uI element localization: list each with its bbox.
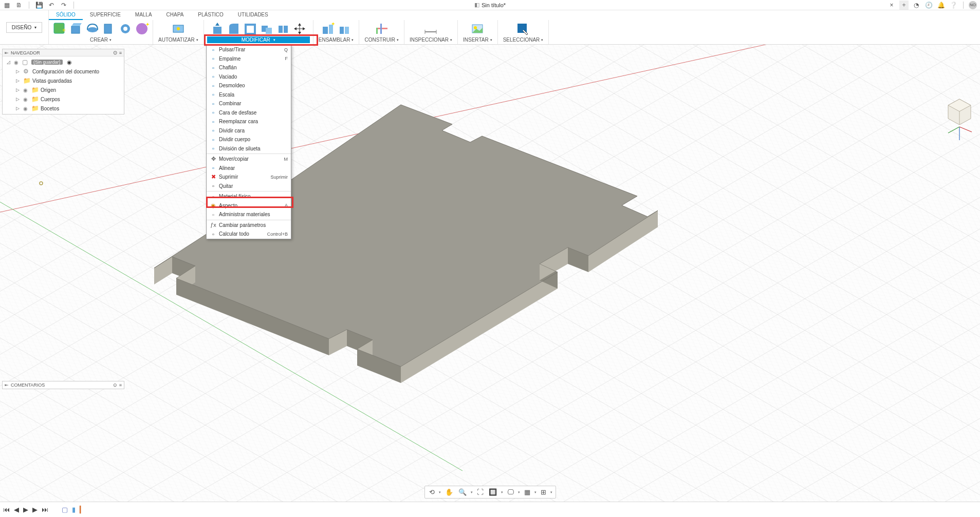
- sketch-icon[interactable]: +: [52, 21, 67, 36]
- revolve-icon[interactable]: [85, 21, 100, 36]
- chevron-left-icon[interactable]: ⇤: [5, 382, 9, 388]
- apps-grid-icon[interactable]: ▦: [2, 1, 11, 10]
- move-icon[interactable]: [292, 21, 307, 36]
- history-extrude-icon[interactable]: ▮: [72, 506, 76, 513]
- timeline-end-icon[interactable]: ⏭: [42, 506, 48, 513]
- menu-item-calcular-todo[interactable]: ▫Calcular todoControl+B: [207, 229, 291, 239]
- menu-item-cambiar-par-metros[interactable]: ƒxCambiar parámetros: [207, 221, 291, 230]
- browser-settings-icon[interactable]: ≡: [119, 50, 122, 55]
- assemble2-icon[interactable]: [337, 21, 352, 36]
- plus-tab-icon[interactable]: ＋: [899, 1, 909, 10]
- user-avatar[interactable]: NO: [969, 1, 977, 9]
- close-tab-icon[interactable]: ×: [887, 1, 896, 10]
- timeline-start-icon[interactable]: ⏮: [3, 506, 10, 513]
- tree-item-config[interactable]: ▷ ⚙ Configuración del documento: [5, 67, 122, 76]
- pin-icon[interactable]: ⊙: [113, 382, 117, 388]
- menu-item-aspecto[interactable]: ◉AspectoA: [207, 201, 291, 210]
- modificar-label[interactable]: MODIFICAR▾: [207, 36, 310, 43]
- hole-icon[interactable]: [118, 21, 133, 36]
- tab-superficie[interactable]: SUPERFICIE: [83, 10, 128, 20]
- orbit-icon[interactable]: ⟲: [428, 487, 436, 497]
- tree-item-views[interactable]: ▷ 📁 Vistas guardadas: [5, 76, 122, 85]
- tab-plastico[interactable]: PLÁSTICO: [191, 10, 230, 20]
- chevron-left-icon[interactable]: ⇤: [5, 50, 9, 55]
- automate-icon[interactable]: [171, 21, 186, 36]
- tab-chapa[interactable]: CHAPA: [159, 10, 191, 20]
- menu-item-divisi-n-de-silueta[interactable]: ▫División de silueta: [207, 144, 291, 154]
- menu-item-vaciado[interactable]: ▫Vaciado: [207, 72, 291, 82]
- menu-item-dividir-cuerpo[interactable]: ▫Dividir cuerpo: [207, 135, 291, 144]
- extension-icon[interactable]: ◔: [912, 1, 921, 10]
- comments-settings-icon[interactable]: ≡: [119, 382, 122, 388]
- menu-item-escala[interactable]: ▫Escala: [207, 90, 291, 100]
- menu-item-empalme[interactable]: ▫EmpalmeF: [207, 54, 291, 64]
- display-icon[interactable]: 🖵: [506, 487, 515, 497]
- measure-icon[interactable]: [423, 21, 438, 36]
- tree-item-sketches[interactable]: ▷ ◉ 📁 Bocetos: [5, 104, 122, 113]
- tree-item-bodies[interactable]: ▷ ◉ 📁 Cuerpos: [5, 94, 122, 104]
- viewport[interactable]: [0, 45, 980, 502]
- tree-item-origin[interactable]: ▷ ◉ 📁 Origen: [5, 85, 122, 94]
- sweep-icon[interactable]: [101, 21, 117, 36]
- radio-icon[interactable]: ◉: [67, 59, 72, 66]
- visibility-icon[interactable]: ◉: [14, 60, 20, 65]
- extrude-icon[interactable]: [68, 21, 84, 36]
- menu-item-desmoldeo[interactable]: ▫Desmoldeo: [207, 81, 291, 90]
- assemble1-icon[interactable]: ✦: [320, 21, 336, 36]
- menu-item-mover-copiar[interactable]: ✥Mover/copiarM: [207, 155, 291, 164]
- menu-item-material-f-sico[interactable]: ▫Material físico: [207, 192, 291, 201]
- construir-label[interactable]: CONSTRUIR▾: [362, 36, 400, 43]
- menu-item-reemplazar-cara[interactable]: ▫Reemplazar cara: [207, 117, 291, 126]
- lookat-icon[interactable]: 🔲: [488, 487, 498, 497]
- tab-utilidades[interactable]: UTILIDADES: [231, 10, 275, 20]
- menu-item-administrar-materiales[interactable]: ▫Administrar materiales: [207, 210, 291, 219]
- select-icon[interactable]: [515, 21, 531, 36]
- menu-item-chafl-n[interactable]: ▫Chaflán: [207, 63, 291, 72]
- insertar-label[interactable]: INSERTAR▾: [461, 36, 494, 43]
- menu-item-cara-de-desfase[interactable]: ▫Cara de desfase: [207, 108, 291, 118]
- timeline-next-icon[interactable]: ▶: [32, 506, 38, 513]
- menu-item-suprimir[interactable]: ✖SuprimirSuprimir: [207, 173, 291, 182]
- clock-icon[interactable]: 🕘: [924, 1, 933, 10]
- seleccionar-label[interactable]: SELECCIONAR▾: [501, 36, 546, 43]
- timeline-marker[interactable]: ▎: [80, 506, 85, 513]
- insert-icon[interactable]: [470, 21, 485, 36]
- fit-icon[interactable]: ⛶: [476, 487, 485, 497]
- comments-panel[interactable]: ⇤ COMENTARIOS ⊙ ≡: [2, 381, 124, 389]
- history-sketch-icon[interactable]: ▢: [62, 506, 68, 513]
- generative-icon[interactable]: ✦: [134, 21, 150, 36]
- menu-item-pulsar-tirar[interactable]: ▫Pulsar/TirarQ: [207, 45, 291, 54]
- zoom-icon[interactable]: 🔍: [457, 487, 468, 497]
- help-icon[interactable]: ❔: [949, 1, 958, 10]
- view-cube[interactable]: [944, 96, 975, 142]
- menu-item-combinar[interactable]: ▫Combinar: [207, 99, 291, 108]
- shell-icon[interactable]: [243, 21, 258, 36]
- viewport-icon[interactable]: ⊞: [540, 487, 547, 497]
- inspeccionar-label[interactable]: INSPECCIONAR▾: [408, 36, 454, 43]
- undo-icon[interactable]: ↶: [47, 1, 56, 10]
- bell-icon[interactable]: 🔔: [936, 1, 946, 10]
- pan-icon[interactable]: ✋: [444, 487, 454, 497]
- automatizar-label[interactable]: AUTOMATIZAR▾: [156, 36, 200, 43]
- menu-item-alinear[interactable]: ▫Alinear: [207, 164, 291, 173]
- menu-item-quitar[interactable]: ▫Quitar: [207, 182, 291, 191]
- fillet-icon[interactable]: [226, 21, 242, 36]
- redo-icon[interactable]: ↷: [59, 1, 68, 10]
- menu-item-dividir-cara[interactable]: ▫Dividir cara: [207, 126, 291, 136]
- tab-malla[interactable]: MALLA: [128, 10, 159, 20]
- construct-icon[interactable]: [374, 21, 390, 36]
- timeline-play-icon[interactable]: ▶: [23, 506, 28, 513]
- pin-icon[interactable]: ⊙: [113, 50, 117, 55]
- grid-display-icon[interactable]: ▦: [523, 487, 531, 497]
- ensamblar-label[interactable]: ENSAMBLAR▾: [317, 36, 356, 43]
- new-file-icon[interactable]: 🗎: [14, 1, 24, 10]
- crear-label[interactable]: CREAR▾: [88, 36, 114, 43]
- collapse-icon[interactable]: ◿: [7, 60, 12, 65]
- timeline-prev-icon[interactable]: ◀: [14, 506, 19, 513]
- workspace-switcher[interactable]: DISEÑO ▾: [0, 10, 49, 44]
- presspull-icon[interactable]: [210, 21, 225, 36]
- combine-icon[interactable]: [259, 21, 274, 36]
- save-icon[interactable]: 💾: [34, 1, 44, 10]
- tree-root[interactable]: ◿ ◉ ▢ (Sin guardar) ◉: [5, 58, 122, 67]
- split-icon[interactable]: [275, 21, 291, 36]
